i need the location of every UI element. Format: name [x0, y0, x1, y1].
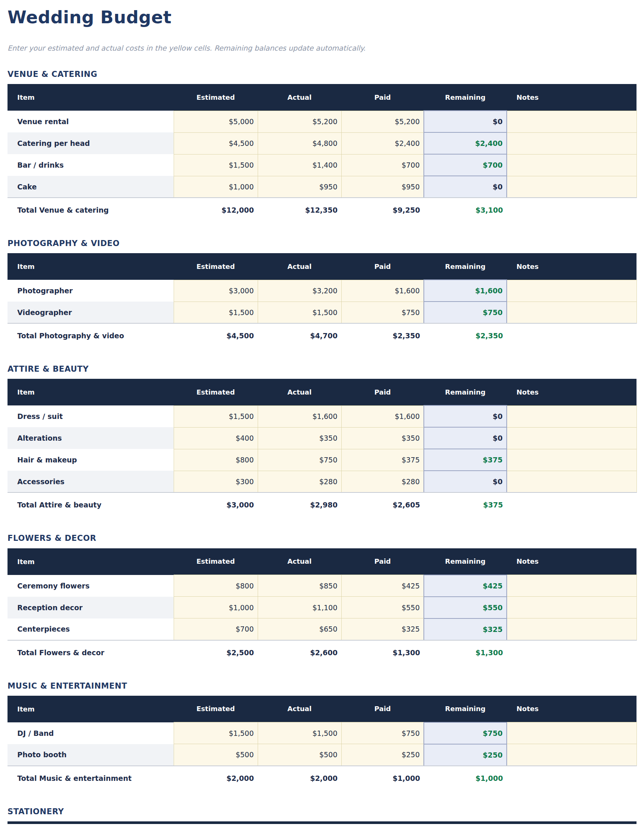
column-header-item: Item	[8, 696, 174, 722]
paid-cell[interactable]: $750	[341, 722, 424, 744]
section-title: PHOTOGRAPHY & VIDEO	[8, 239, 636, 248]
notes-cell[interactable]	[507, 111, 636, 132]
remaining-cell: $250	[424, 744, 507, 766]
total-estimated: $3,000	[174, 493, 258, 517]
total-actual: $4,700	[258, 323, 341, 348]
actual-cell[interactable]: $650	[258, 619, 341, 640]
total-remaining: $375	[424, 493, 507, 517]
estimated-cell[interactable]: $1,500	[174, 302, 258, 323]
item-label: Videographer	[8, 302, 174, 323]
estimated-cell[interactable]: $800	[174, 575, 258, 597]
paid-cell[interactable]: $550	[341, 597, 424, 619]
item-label: Cake	[8, 176, 174, 198]
actual-cell[interactable]: $5,200	[258, 111, 341, 132]
paid-cell[interactable]: $700	[341, 154, 424, 176]
notes-cell[interactable]	[507, 449, 636, 471]
actual-cell[interactable]: $750	[258, 449, 341, 471]
notes-cell[interactable]	[507, 154, 636, 176]
table-row: Photographer $3,000 $3,200 $1,600 $1,600	[8, 280, 636, 302]
budget-table: Item Estimated Actual Paid Remaining Not…	[8, 84, 637, 222]
notes-cell[interactable]	[507, 176, 636, 198]
paid-cell[interactable]: $250	[341, 744, 424, 766]
table-row: Photo booth $500 $500 $250 $250	[8, 744, 636, 766]
item-label: Centerpieces	[8, 619, 174, 640]
paid-cell[interactable]: $350	[341, 427, 424, 449]
column-header-notes: Notes	[507, 696, 636, 722]
actual-cell[interactable]: $280	[258, 471, 341, 493]
notes-cell[interactable]	[507, 471, 636, 493]
actual-cell[interactable]: $4,800	[258, 132, 341, 154]
actual-cell[interactable]: $3,200	[258, 280, 341, 302]
remaining-cell: $700	[424, 154, 507, 176]
total-estimated: $2,500	[174, 640, 258, 665]
stationery-table-top-edge	[8, 821, 636, 824]
estimated-cell[interactable]: $1,500	[174, 154, 258, 176]
notes-cell[interactable]	[507, 132, 636, 154]
actual-cell[interactable]: $350	[258, 427, 341, 449]
estimated-cell[interactable]: $5,000	[174, 111, 258, 132]
estimated-cell[interactable]: $3,000	[174, 280, 258, 302]
section-venue-catering: VENUE & CATERING Item Estimated Actual P…	[8, 70, 636, 222]
item-label: DJ / Band	[8, 722, 174, 744]
estimated-cell[interactable]: $1,000	[174, 597, 258, 619]
column-header-remaining: Remaining	[424, 379, 507, 406]
notes-cell[interactable]	[507, 619, 636, 640]
estimated-cell[interactable]: $800	[174, 449, 258, 471]
paid-cell[interactable]: $1,600	[341, 280, 424, 302]
actual-cell[interactable]: $1,600	[258, 406, 341, 427]
actual-cell[interactable]: $1,100	[258, 597, 341, 619]
paid-cell[interactable]: $950	[341, 176, 424, 198]
notes-cell[interactable]	[507, 722, 636, 744]
remaining-cell: $425	[424, 575, 507, 597]
table-row: Catering per head $4,500 $4,800 $2,400 $…	[8, 132, 636, 154]
paid-cell[interactable]: $375	[341, 449, 424, 471]
notes-cell[interactable]	[507, 597, 636, 619]
total-row: Total Attire & beauty $3,000 $2,980 $2,6…	[8, 493, 636, 517]
estimated-cell[interactable]: $700	[174, 619, 258, 640]
total-estimated: $4,500	[174, 323, 258, 348]
estimated-cell[interactable]: $300	[174, 471, 258, 493]
estimated-cell[interactable]: $1,500	[174, 406, 258, 427]
total-paid: $1,300	[341, 640, 424, 665]
actual-cell[interactable]: $850	[258, 575, 341, 597]
table-row: Dress / suit $1,500 $1,600 $1,600 $0	[8, 406, 636, 427]
actual-cell[interactable]: $950	[258, 176, 341, 198]
notes-cell[interactable]	[507, 427, 636, 449]
paid-cell[interactable]: $425	[341, 575, 424, 597]
estimated-cell[interactable]: $4,500	[174, 132, 258, 154]
paid-cell[interactable]: $325	[341, 619, 424, 640]
paid-cell[interactable]: $1,600	[341, 406, 424, 427]
notes-cell[interactable]	[507, 575, 636, 597]
table-row: Venue rental $5,000 $5,200 $5,200 $0	[8, 111, 636, 132]
estimated-cell[interactable]: $400	[174, 427, 258, 449]
paid-cell[interactable]: $5,200	[341, 111, 424, 132]
actual-cell[interactable]: $1,400	[258, 154, 341, 176]
column-header-estimated: Estimated	[174, 548, 258, 575]
total-label: Total Flowers & decor	[8, 640, 174, 665]
actual-cell[interactable]: $1,500	[258, 302, 341, 323]
total-remaining: $1,000	[424, 766, 507, 790]
column-header-paid: Paid	[341, 84, 424, 111]
remaining-cell: $0	[424, 111, 507, 132]
item-label: Ceremony flowers	[8, 575, 174, 597]
total-notes-spacer	[507, 323, 636, 348]
notes-cell[interactable]	[507, 406, 636, 427]
notes-cell[interactable]	[507, 744, 636, 766]
estimated-cell[interactable]: $1,000	[174, 176, 258, 198]
column-header-estimated: Estimated	[174, 696, 258, 722]
column-header-estimated: Estimated	[174, 253, 258, 280]
remaining-cell: $0	[424, 406, 507, 427]
actual-cell[interactable]: $1,500	[258, 722, 341, 744]
estimated-cell[interactable]: $500	[174, 744, 258, 766]
notes-cell[interactable]	[507, 302, 636, 323]
table-header-row: Item Estimated Actual Paid Remaining Not…	[8, 548, 636, 575]
table-header-row: Item Estimated Actual Paid Remaining Not…	[8, 253, 636, 280]
total-paid: $1,000	[341, 766, 424, 790]
item-label: Hair & makeup	[8, 449, 174, 471]
notes-cell[interactable]	[507, 280, 636, 302]
paid-cell[interactable]: $750	[341, 302, 424, 323]
actual-cell[interactable]: $500	[258, 744, 341, 766]
paid-cell[interactable]: $280	[341, 471, 424, 493]
estimated-cell[interactable]: $1,500	[174, 722, 258, 744]
paid-cell[interactable]: $2,400	[341, 132, 424, 154]
